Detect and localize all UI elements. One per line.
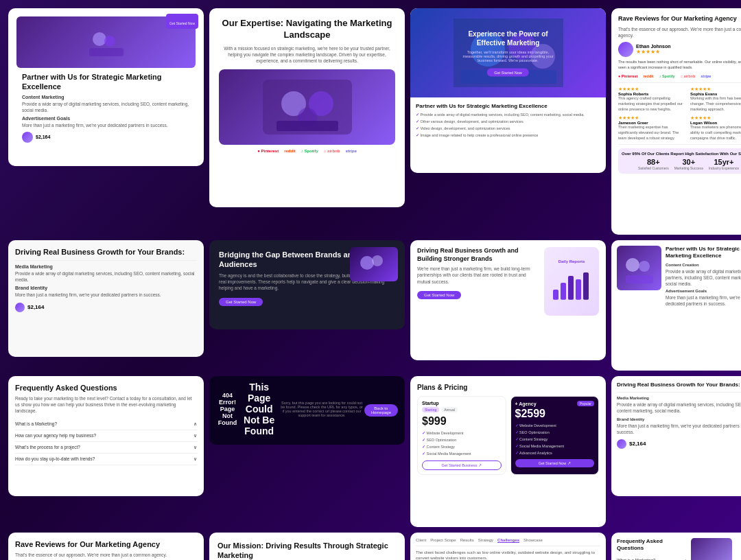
exp-power-list: Provide a wide array of digital marketin… bbox=[416, 112, 600, 139]
stars-3: ★★★★★ bbox=[618, 115, 687, 121]
review-item-2: ★★★★★ Sophia Evans Working with this fir… bbox=[690, 86, 741, 112]
driving-brands-cta[interactable]: Get Started Now bbox=[417, 291, 461, 299]
price-tag-2: $2,164 bbox=[27, 304, 44, 310]
tab-scope[interactable]: Project Scope bbox=[430, 538, 456, 543]
faq-chevron-4: ∨ bbox=[193, 456, 197, 462]
error-title: 404 Error! Page Not Found bbox=[216, 392, 239, 426]
startup-plan: Startup Starting Annual $999 Website Dev… bbox=[417, 396, 506, 475]
tab-showcase[interactable]: Showcase bbox=[524, 538, 543, 543]
agency-name: + Agency bbox=[515, 401, 537, 406]
plans-title: Plans & Pricing bbox=[417, 383, 599, 392]
exp-power-subtitle: Partner with Us for Strategic Marketing … bbox=[416, 103, 600, 110]
satisfaction-text: Over 95% Of Our Clients Report High Sati… bbox=[622, 152, 741, 156]
mission-title: Our Mission: Driving Results Through Str… bbox=[217, 541, 397, 560]
mission-card: Our Mission: Driving Results Through Str… bbox=[209, 533, 405, 560]
review-4: These marketers are phenomenal! Their ab… bbox=[690, 125, 741, 141]
plans-pricing-card: Plans & Pricing Startup Starting Annual … bbox=[410, 376, 606, 527]
driving-growth-brands-card: Driving Real Business Growth and Buildin… bbox=[410, 240, 606, 360]
tab-results[interactable]: Results bbox=[460, 538, 474, 543]
tab-challenges[interactable]: Challenges bbox=[497, 538, 519, 543]
stars-1: ★★★★★ bbox=[618, 86, 687, 92]
agency-plan: + Agency Popular $2599 Website Developme… bbox=[510, 396, 600, 475]
faq-item-4[interactable]: How do you stay up-to-date with trends? … bbox=[15, 454, 197, 465]
sat-stat-1: 88+ Satisfied Customers bbox=[638, 158, 669, 170]
content-label: Content Marketing bbox=[22, 95, 190, 100]
sat-stat-2: 30+ Marketing Success bbox=[674, 158, 703, 170]
faq-right-1[interactable]: What is a Marketing? ∧ bbox=[617, 555, 687, 560]
partner-title-1: Partner with Us for Strategic Marketing … bbox=[22, 72, 190, 92]
faq-q3: What's the process for a project? bbox=[15, 445, 80, 450]
driving-right-label1: Media Marketing bbox=[617, 396, 741, 400]
expertise-card: Our Expertise: Navigating the Marketing … bbox=[209, 8, 405, 207]
startup-cta[interactable]: Get Started Business ↗ bbox=[422, 460, 502, 470]
brand-pinterest: ● Pinterest bbox=[257, 149, 279, 153]
svg-point-1 bbox=[104, 36, 115, 47]
big-stripe: stripe bbox=[701, 74, 711, 78]
sat-stat-3: 15yr+ Industry Experience bbox=[709, 158, 739, 170]
expertise-title: Our Expertise: Navigating the Marketing … bbox=[219, 18, 395, 41]
exp-power-desc: Together, we'll transform your ideas int… bbox=[459, 50, 557, 62]
tab-strategy[interactable]: Strategy bbox=[478, 538, 493, 543]
case-study-card: Client Project Scope Results Strategy Ch… bbox=[410, 533, 606, 560]
startup-price: $999 bbox=[422, 415, 502, 428]
driving-brands-desc: We're more than just a marketing firm, w… bbox=[417, 266, 539, 284]
error-desc: Sorry, but this page you are looking for… bbox=[279, 401, 364, 417]
driving-growth-right: Driving Real Business Growth for Your Br… bbox=[611, 376, 741, 496]
driving-growth-card-1: Driving Real Business Growth for Your Br… bbox=[8, 240, 204, 357]
faq-item-1[interactable]: What is a Marketing? ∧ bbox=[15, 419, 197, 430]
faq-q2: How can your agency help my business? bbox=[15, 433, 96, 438]
startup-billing: Annual bbox=[441, 407, 458, 412]
reviewer-name-big: Ethan Johnson bbox=[636, 44, 671, 49]
tab-client[interactable]: Client bbox=[416, 538, 426, 543]
brand-stripe: stripe bbox=[345, 149, 356, 153]
agency-cta[interactable]: Get Started Now ↗ bbox=[515, 459, 595, 467]
agency-features: Website Development SEO Optimization Con… bbox=[515, 423, 595, 456]
reviews-big-title: Rave Reviews for Our Marketing Agency bbox=[618, 15, 741, 23]
faq-item-3[interactable]: What's the process for a project? ∨ bbox=[15, 442, 197, 454]
startup-badge: Starting bbox=[422, 407, 439, 412]
svg-rect-24 bbox=[576, 279, 581, 300]
stars-4: ★★★★★ bbox=[690, 115, 741, 121]
faq-card-1: Frequently Asked Questions Ready to take… bbox=[8, 376, 204, 496]
driving-title-1: Driving Real Business Growth for Your Br… bbox=[15, 247, 197, 257]
svg-rect-22 bbox=[561, 283, 566, 300]
big-reddit: reddit bbox=[643, 74, 653, 78]
faq-desc-1: Ready to take your marketing to the next… bbox=[15, 395, 197, 414]
svg-point-28 bbox=[639, 261, 650, 272]
price-tag: $2,164 bbox=[36, 135, 50, 139]
svg-point-27 bbox=[626, 258, 639, 272]
partner-right-title: Partner with Us for Strategic Marketing … bbox=[666, 246, 741, 260]
exp-power-cta[interactable]: Get Started Now bbox=[487, 69, 529, 77]
faq-q4: How do you stay up-to-date with trends? bbox=[15, 456, 95, 461]
bridging-cta[interactable]: Get Started Now bbox=[219, 298, 263, 306]
error-subtitle: This Page Could Not Be Found bbox=[239, 382, 279, 436]
driving-right-label2: Brand Identity bbox=[617, 417, 741, 421]
experience-power-card: Experience the Power of Effective Market… bbox=[410, 8, 606, 173]
brand-reddit: reddit bbox=[284, 149, 296, 153]
faq-right-card: Frequently Asked Questions What is a Mar… bbox=[611, 533, 741, 560]
exp-power-title: Experience the Power of Effective Market… bbox=[459, 30, 557, 47]
reviews-big-desc: That's the essence of our approach. We'r… bbox=[618, 26, 741, 38]
svg-rect-25 bbox=[583, 272, 589, 300]
case-desc: The client faced challenges such as low … bbox=[416, 550, 600, 560]
error-cta[interactable]: Back to Homepage bbox=[364, 404, 398, 417]
partner-desc-1: Provide a wide array of digital marketin… bbox=[22, 101, 190, 113]
svg-point-0 bbox=[93, 32, 106, 46]
partner-card-right: Partner with Us for Strategic Marketing … bbox=[611, 240, 741, 371]
startup-features: Website Development SEO Optimization Con… bbox=[422, 430, 502, 458]
reviews-big-card: Rave Reviews for Our Marketing Agency Th… bbox=[611, 8, 741, 235]
brand-label-1: Brand Identity bbox=[15, 285, 197, 290]
svg-rect-21 bbox=[553, 290, 558, 300]
reviewer-review-big: The results have been nothing short of r… bbox=[618, 60, 741, 70]
svg-point-8 bbox=[360, 256, 374, 270]
partner-right-text1: Provide a wide array of digital marketin… bbox=[666, 268, 741, 287]
reviews-title-small: Rave Reviews for Our Marketing Agency bbox=[15, 539, 197, 549]
bridging-card: Bridging the Gap Between Brands and Audi… bbox=[209, 240, 405, 329]
driving-brands-title: Driving Real Business Growth and Buildin… bbox=[417, 247, 539, 263]
partner-card-1: Get Started Now Partner with Us for Stra… bbox=[8, 8, 204, 166]
reviewer-avatar-big bbox=[618, 42, 633, 57]
faq-item-2[interactable]: How can your agency help my business? ∨ bbox=[15, 430, 197, 442]
review-item-4: ★★★★★ Logan Wilson These marketers are p… bbox=[690, 115, 741, 141]
reviewer-stars-big: ★★★★★ bbox=[636, 49, 671, 55]
adv-goals-text: More than just a marketing firm, we're y… bbox=[22, 122, 190, 128]
